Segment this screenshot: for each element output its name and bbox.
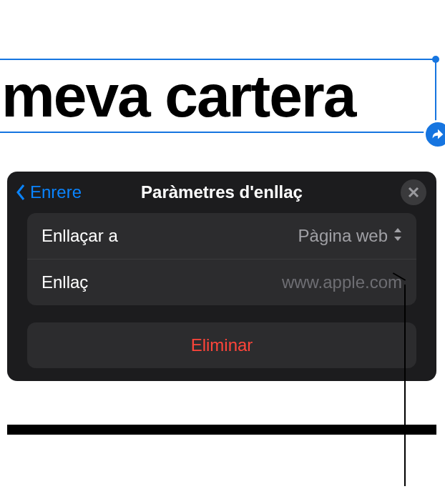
selection-handle[interactable] bbox=[432, 56, 439, 63]
link-to-value: Pàgina web bbox=[298, 226, 388, 246]
close-icon bbox=[408, 187, 419, 198]
link-url-input[interactable] bbox=[187, 272, 402, 292]
back-button[interactable]: Enrere bbox=[14, 182, 82, 202]
link-arrow-icon[interactable] bbox=[424, 120, 445, 149]
selected-text-box[interactable]: meva cartera bbox=[0, 59, 436, 133]
link-url-row[interactable]: Enllaç bbox=[27, 260, 416, 305]
popover-title: Paràmetres d'enllaç bbox=[141, 182, 303, 202]
close-button[interactable] bbox=[401, 179, 426, 205]
link-to-label: Enllaçar a bbox=[41, 226, 118, 246]
popover-header: Enrere Paràmetres d'enllaç bbox=[7, 172, 436, 213]
link-to-row[interactable]: Enllaçar a Pàgina web bbox=[27, 213, 416, 260]
updown-chevron-icon bbox=[393, 228, 402, 244]
svg-marker-3 bbox=[394, 237, 401, 241]
delete-label: Eliminar bbox=[191, 335, 253, 355]
settings-group: Enllaçar a Pàgina web Enllaç bbox=[27, 213, 416, 305]
link-to-value-wrap: Pàgina web bbox=[298, 226, 402, 246]
window-edge bbox=[7, 425, 436, 435]
svg-marker-2 bbox=[394, 228, 401, 232]
chevron-left-icon bbox=[14, 182, 27, 202]
callout-line bbox=[404, 285, 406, 486]
delete-button[interactable]: Eliminar bbox=[27, 322, 416, 368]
selected-text: meva cartera bbox=[1, 61, 355, 131]
back-label: Enrere bbox=[30, 182, 82, 202]
link-url-label: Enllaç bbox=[41, 272, 88, 292]
link-settings-popover: Enrere Paràmetres d'enllaç Enllaçar a Pà… bbox=[7, 172, 436, 381]
